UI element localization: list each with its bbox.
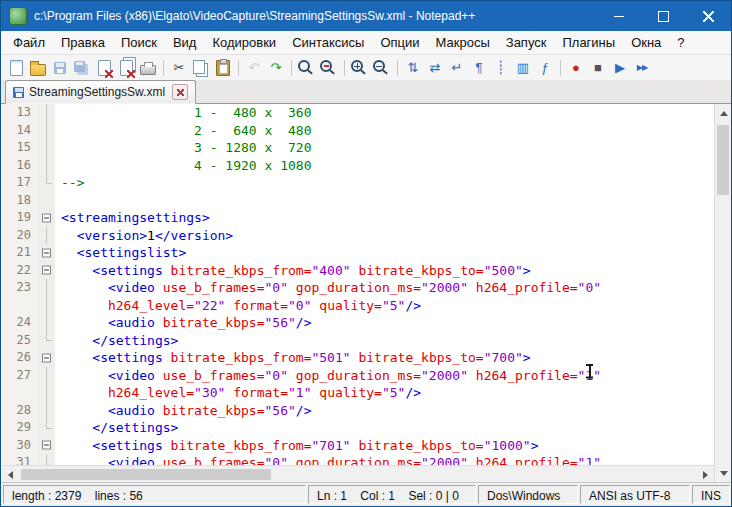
cut-icon[interactable]: ✂	[169, 58, 189, 78]
function-list-icon[interactable]: ƒ	[535, 58, 555, 78]
code-row[interactable]: 31 <video use_b_frames="0" gop_duration_…	[1, 454, 714, 465]
menu-item-3[interactable]: Вид	[165, 32, 205, 53]
scroll-down-button[interactable]	[715, 465, 732, 482]
fold-collapse-icon[interactable]	[42, 353, 51, 362]
menu-item-11[interactable]: ?	[669, 32, 692, 53]
code-row[interactable]: 22 <settings bitrate_kbps_from="400" bit…	[1, 262, 714, 280]
code-row[interactable]: 30 <settings bitrate_kbps_from="701" bit…	[1, 437, 714, 455]
menu-item-6[interactable]: Опции	[372, 32, 427, 53]
menu-item-10[interactable]: Окна	[623, 32, 669, 53]
editor-pane[interactable]: 13 1 - 480 x 36014 2 - 640 x 48015 3 - 1…	[1, 104, 714, 465]
menu-item-9[interactable]: Плагины	[554, 32, 623, 53]
fold-margin[interactable]	[38, 262, 55, 280]
sync-horizontal-scroll-icon[interactable]: ⇄	[425, 58, 445, 78]
macro-run-multiple-icon[interactable]: ▶▶	[632, 58, 652, 78]
code-row[interactable]: 25 </settings>	[1, 332, 714, 350]
minimize-button[interactable]	[596, 1, 641, 31]
status-encoding[interactable]: ANSI as UTF-8	[580, 485, 690, 504]
paste-icon[interactable]	[213, 58, 233, 78]
horizontal-scroll-thumb[interactable]	[21, 469, 271, 480]
code-area[interactable]: 13 1 - 480 x 36014 2 - 640 x 48015 3 - 1…	[1, 104, 714, 465]
macro-stop-icon[interactable]: ■	[588, 58, 608, 78]
line-number: 20	[1, 227, 38, 245]
word-wrap-icon[interactable]: ↵	[447, 58, 467, 78]
zoom-in-icon[interactable]	[350, 58, 370, 78]
code-row[interactable]: 16 4 - 1920 x 1080	[1, 157, 714, 175]
zoom-out-icon[interactable]	[372, 58, 392, 78]
scroll-up-button[interactable]	[715, 104, 732, 121]
tab-streamingsettings[interactable]: StreamingSettingsSw.xml	[5, 80, 196, 104]
show-all-characters-icon[interactable]: ¶	[469, 58, 489, 78]
code-row[interactable]: 14 2 - 640 x 480	[1, 122, 714, 140]
macro-play-icon[interactable]: ▶	[610, 58, 630, 78]
close-all-icon[interactable]	[116, 58, 136, 78]
scroll-right-button[interactable]	[697, 466, 714, 483]
code-line: <settingslist>	[55, 244, 186, 262]
code-row[interactable]: 26 <settings bitrate_kbps_from="501" bit…	[1, 349, 714, 367]
horizontal-scrollbar[interactable]	[1, 465, 714, 482]
code-row[interactable]: 15 3 - 1280 x 720	[1, 139, 714, 157]
save-all-icon[interactable]	[72, 58, 92, 78]
code-row[interactable]: 23 <video use_b_frames="0" gop_duration_…	[1, 279, 714, 297]
line-number: 21	[1, 244, 38, 262]
code-row[interactable]: h264_level="22" format="0" quality="5"/>	[1, 297, 714, 315]
code-row[interactable]: 13 1 - 480 x 360	[1, 104, 714, 122]
close-icon[interactable]	[94, 58, 114, 78]
fold-margin[interactable]	[38, 244, 55, 262]
code-line: <version>1</version>	[55, 227, 233, 245]
status-eol-format[interactable]: Dos\Windows	[478, 485, 578, 504]
undo-icon[interactable]: ↶	[244, 58, 264, 78]
fold-collapse-icon[interactable]	[42, 266, 51, 275]
menu-item-1[interactable]: Правка	[53, 32, 113, 53]
code-row[interactable]: 19<streamingsettings>	[1, 209, 714, 227]
code-row[interactable]: 17-->	[1, 174, 714, 192]
code-row[interactable]: 27 <video use_b_frames="0" gop_duration_…	[1, 367, 714, 385]
close-button[interactable]	[686, 1, 731, 31]
code-row[interactable]: 28 <audio bitrate_kbps="56"/>	[1, 402, 714, 420]
fold-margin[interactable]	[38, 349, 55, 367]
menu-item-8[interactable]: Запуск	[498, 32, 555, 53]
print-glyph	[140, 65, 156, 75]
notepadpp-window: c:\Program Files (x86)\Elgato\VideoCaptu…	[0, 0, 732, 507]
menu-item-4[interactable]: Кодировки	[204, 32, 284, 53]
menu-item-7[interactable]: Макросы	[428, 32, 498, 53]
fold-margin[interactable]	[38, 209, 55, 227]
line-number: 16	[1, 157, 38, 175]
fold-collapse-icon[interactable]	[42, 213, 51, 222]
menu-item-2[interactable]: Поиск	[113, 32, 165, 53]
find-icon[interactable]	[297, 58, 317, 78]
vertical-scroll-thumb[interactable]	[717, 125, 729, 195]
save-icon[interactable]	[50, 58, 70, 78]
status-insert-mode[interactable]: INS	[692, 485, 730, 504]
vertical-scrollbar[interactable]	[714, 104, 731, 482]
tab-close-button[interactable]	[172, 84, 188, 100]
fold-collapse-icon[interactable]	[42, 248, 51, 257]
new-file-icon[interactable]	[6, 58, 26, 78]
title-bar[interactable]: c:\Program Files (x86)\Elgato\VideoCaptu…	[1, 1, 731, 31]
maximize-button[interactable]	[641, 1, 686, 31]
document-map-icon[interactable]: ▥	[513, 58, 533, 78]
redo-icon[interactable]: ↷	[266, 58, 286, 78]
code-row[interactable]: h264_level="30" format="1" quality="5"/>	[1, 384, 714, 402]
scroll-left-button[interactable]	[1, 466, 18, 483]
code-row[interactable]: 21 <settingslist>	[1, 244, 714, 262]
notepadpp-app-icon	[9, 7, 27, 25]
menu-item-0[interactable]: Файл	[5, 32, 53, 53]
fold-margin[interactable]	[38, 437, 55, 455]
code-row[interactable]: 18	[1, 192, 714, 210]
indent-guide-icon[interactable]: ┊	[491, 58, 511, 78]
print-icon[interactable]	[138, 58, 158, 78]
fold-collapse-icon[interactable]	[42, 441, 51, 450]
line-number: 31	[1, 454, 38, 465]
menu-item-5[interactable]: Синтаксисы	[284, 32, 372, 53]
code-row[interactable]: 29 </settings>	[1, 419, 714, 437]
macro-record-icon[interactable]: ●	[566, 58, 586, 78]
sync-vertical-scroll-icon[interactable]: ⇅	[403, 58, 423, 78]
open-icon[interactable]	[28, 58, 48, 78]
maximize-icon	[658, 11, 669, 22]
code-line: <audio bitrate_kbps="56"/>	[55, 314, 311, 332]
copy-icon[interactable]	[191, 58, 211, 78]
replace-icon[interactable]	[319, 58, 339, 78]
code-row[interactable]: 24 <audio bitrate_kbps="56"/>	[1, 314, 714, 332]
code-row[interactable]: 20 <version>1</version>	[1, 227, 714, 245]
